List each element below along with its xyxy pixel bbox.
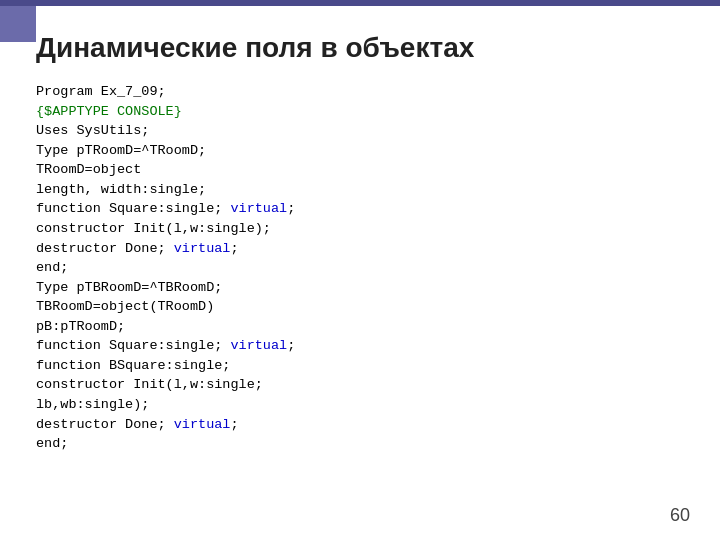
code-line: length, width:single; — [36, 180, 684, 200]
code-line: end; — [36, 434, 684, 454]
code-line: Uses SysUtils; — [36, 121, 684, 141]
code-line: {$APPTYPE CONSOLE} — [36, 102, 684, 122]
code-line: constructor Init(l,w:single); — [36, 219, 684, 239]
code-line: Program Ex_7_09; — [36, 82, 684, 102]
slide-title: Динамические поля в объектах — [36, 32, 684, 64]
code-block: Program Ex_7_09;{$APPTYPE CONSOLE}Uses S… — [36, 82, 684, 454]
code-line: Type pTRoomD=^TRoomD; — [36, 141, 684, 161]
code-line: TBRoomD=object(TRoomD) — [36, 297, 684, 317]
code-line: pB:pTRoomD; — [36, 317, 684, 337]
slide-number: 60 — [670, 505, 690, 526]
code-line: TRoomD=object — [36, 160, 684, 180]
code-line: function Square:single; virtual; — [36, 336, 684, 356]
slide: Динамические поля в объектах Program Ex_… — [0, 0, 720, 540]
code-line: function BSquare:single; — [36, 356, 684, 376]
code-line: end; — [36, 258, 684, 278]
corner-decoration — [0, 6, 36, 42]
code-line: destructor Done; virtual; — [36, 415, 684, 435]
code-line: lb,wb:single); — [36, 395, 684, 415]
top-accent-bar — [0, 0, 720, 6]
code-line: destructor Done; virtual; — [36, 239, 684, 259]
code-line: constructor Init(l,w:single; — [36, 375, 684, 395]
code-line: Type pTBRoomD=^TBRoomD; — [36, 278, 684, 298]
code-line: function Square:single; virtual; — [36, 199, 684, 219]
